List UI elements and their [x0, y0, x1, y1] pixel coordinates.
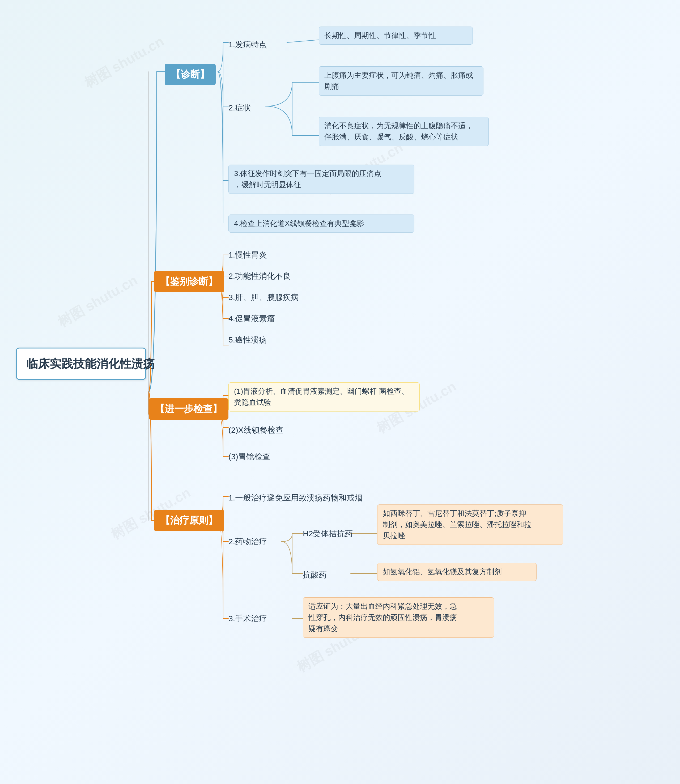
diag-item-4: 4.检查上消化道X线钡餐检查有典型龛影 [228, 215, 414, 233]
diff-item-2: 2.功能性消化不良 [228, 271, 291, 282]
mind-map-container: 树图 shutu.cn 树图 shutu.cn 树图 shutu.cn 树图 s… [0, 0, 680, 784]
d2-sub1-line [266, 82, 319, 106]
category-treatment: 【治疗原则】 [154, 510, 224, 531]
diff-item-4: 4.促胃液素瘤 [228, 313, 275, 324]
category-further-exam-label: 【进一步检查】 [155, 403, 222, 414]
drug-line-h2 [282, 534, 303, 542]
d1-detail-line [287, 40, 319, 42]
t-item-2: 2.药物治疗 [228, 536, 267, 547]
diff-item-5: 5.癌性溃疡 [228, 335, 267, 346]
category-differential-label: 【鉴别诊断】 [161, 276, 218, 287]
t-item-1: 1.一般治疗避免应用致溃疡药物和戒烟 [228, 492, 362, 503]
diag-item-2-sub2: 消化不良症状，为无规律性的上腹隐痛不适，伴胀满、厌食、嗳气、反酸、烧心等症状 [319, 117, 489, 146]
diag-line-3 [218, 72, 228, 181]
line-to-diagnosis [149, 72, 165, 392]
category-differential: 【鉴别诊断】 [154, 271, 224, 292]
t-line-3 [218, 520, 228, 619]
diag-item-1: 1.发病特点 [228, 39, 267, 50]
drug-h2-detail: 如西咪替丁、雷尼替丁和法莫替丁;质子泵抑制剂，如奥美拉唑、兰索拉唑、潘托拉唑和拉… [377, 504, 563, 545]
drug-antacid-label: 抗酸药 [303, 569, 327, 580]
line-to-differential [149, 281, 154, 392]
d2-sub2-line [266, 106, 319, 135]
diff-item-1: 1.慢性胃炎 [228, 250, 267, 261]
diag-item-2: 2.症状 [228, 102, 251, 113]
diag-item-3: 3.体征发作时剑突下有一固定而局限的压痛点，缓解时无明显体征 [228, 165, 414, 194]
fe-item-2: (2)X线钡餐检查 [228, 425, 283, 436]
drug-antacid-detail: 如氢氧化铝、氢氧化镁及其复方制剂 [377, 563, 537, 581]
t-item-3: 3.手术治疗 [228, 613, 267, 624]
watermark-3: 树图 shutu.cn [55, 271, 141, 332]
fe-item-1: (1)胃液分析、血清促胃液素测定、幽门螺杆 菌检查、粪隐血试验 [228, 382, 420, 412]
drug-h2-label: H2受体拮抗药 [303, 528, 353, 539]
diff-item-3: 3.肝、胆、胰腺疾病 [228, 292, 299, 303]
watermark-1: 树图 shutu.cn [81, 32, 167, 93]
fe-item-3: (3)胃镜检查 [228, 451, 270, 462]
drug-line-antacid [282, 542, 303, 573]
category-further-exam: 【进一步检查】 [149, 398, 228, 420]
category-diagnosis-label: 【诊断】 [171, 69, 209, 80]
central-node-label: 临床实践技能消化性溃疡 [26, 357, 155, 370]
diag-item-1-detail: 长期性、周期性、节律性、季节性 [319, 27, 473, 45]
surgery-detail: 适应证为：大量出血经内科紧急处理无效，急性穿孔，内科治疗无效的顽固性溃疡，胃溃疡… [303, 597, 494, 638]
category-diagnosis: 【诊断】 [165, 64, 216, 85]
fe-line-3 [218, 414, 228, 457]
diag-line-4 [218, 72, 228, 223]
central-node: 临床实践技能消化性溃疡 [16, 348, 146, 380]
category-treatment-label: 【治疗原则】 [161, 515, 218, 526]
diag-line-1 [218, 42, 228, 72]
diag-item-2-sub1: 上腹痛为主要症状，可为钝痛、灼痛、胀痛或剧痛 [319, 66, 483, 96]
diag-line-2 [218, 72, 228, 106]
